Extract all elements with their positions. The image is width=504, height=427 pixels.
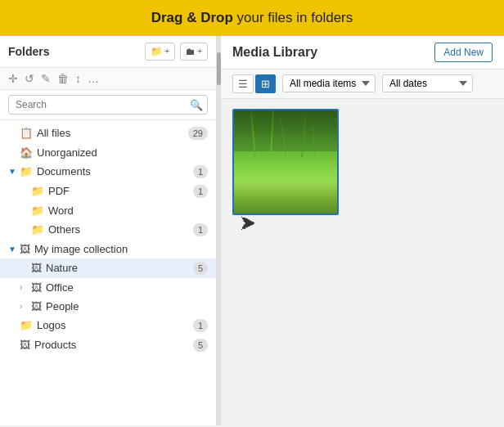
products-icon: 🖼 <box>20 339 30 351</box>
expand-arrow: ▼ <box>8 167 20 176</box>
all-files-icon: 📋 <box>20 127 33 139</box>
refresh-icon[interactable]: ↺ <box>25 72 34 85</box>
cursor-icon: ⮞ <box>241 215 257 234</box>
documents-badge: 1 <box>193 165 208 178</box>
pdf-folder-icon: 📁 <box>31 185 44 197</box>
sidebar-item-label: Word <box>48 205 208 217</box>
sidebar-item-label: PDF <box>48 185 193 197</box>
media-content: ⮞ <box>221 99 504 425</box>
search-input[interactable] <box>8 95 208 115</box>
folder-plus-icon: 📁 <box>151 46 163 57</box>
upload-icon: 🖿 <box>186 46 196 57</box>
scrollbar-thumb[interactable] <box>217 52 221 85</box>
sidebar-item-label: Products <box>34 339 193 351</box>
edit-icon[interactable]: ✎ <box>41 72 51 85</box>
banner-text: your files in folders <box>233 10 353 25</box>
image-collection-icon: 🖼 <box>20 243 30 255</box>
sidebar-item-label: Others <box>48 223 193 236</box>
products-badge: 5 <box>193 339 208 352</box>
sidebar-item-people[interactable]: › 🖼 People <box>0 297 216 316</box>
sidebar-item-products[interactable]: 🖼 Products 5 <box>0 335 216 355</box>
sidebar-item-others[interactable]: 📁 Others 1 <box>0 220 216 240</box>
unorganized-icon: 🏠 <box>20 146 33 159</box>
sidebar-item-label: My image collection <box>34 243 208 255</box>
sidebar-tree: 📋 All files 29 🏠 Unorganized ▼ 📁 Documen… <box>0 120 216 425</box>
others-badge: 1 <box>193 223 208 236</box>
sidebar-item-word[interactable]: 📁 Word <box>0 201 216 220</box>
sidebar-item-label: All files <box>37 127 188 139</box>
media-type-filter[interactable]: All media items Images Videos Audio Docu… <box>282 74 376 92</box>
expand-arrow: › <box>20 283 31 292</box>
search-icon: 🔍 <box>190 98 203 110</box>
sidebar-item-unorganized[interactable]: 🏠 Unorganized <box>0 143 216 162</box>
delete-icon[interactable]: 🗑 <box>57 72 69 85</box>
new-folder-plus: + <box>164 47 169 56</box>
new-folder-button[interactable]: 📁 + <box>145 43 175 61</box>
sort-icon[interactable]: ↕ <box>75 72 81 85</box>
sidebar-header: Folders 📁 + 🖿 + <box>0 36 216 68</box>
sidebar-item-label: People <box>46 300 208 312</box>
right-panel: Media Library Add New ☰ ⊞ All media item… <box>221 36 504 425</box>
view-icons: ☰ ⊞ <box>232 74 276 93</box>
sidebar-search-wrapper: 🔍 <box>0 90 216 120</box>
sidebar-scrollbar[interactable] <box>217 36 221 425</box>
grid-view-icon: ⊞ <box>261 78 270 90</box>
expand-arrow: ▼ <box>8 245 20 254</box>
pdf-badge: 1 <box>193 185 208 198</box>
logos-folder-icon: 📁 <box>20 319 33 331</box>
office-icon: 🖼 <box>31 281 42 294</box>
expand-arrow: › <box>20 302 31 311</box>
banner: Drag & Drop your files in folders <box>0 0 504 36</box>
sidebar-item-documents[interactable]: ▼ 📁 Documents 1 <box>0 162 216 182</box>
nature-badge: 5 <box>193 262 208 275</box>
sidebar-item-nature[interactable]: 🖼 Nature 5 <box>0 258 216 278</box>
move-icon[interactable]: ✛ <box>8 72 18 85</box>
list-view-icon: ☰ <box>238 78 248 90</box>
sidebar-item-office[interactable]: › 🖼 Office <box>0 278 216 297</box>
media-header: Media Library Add New <box>221 36 504 70</box>
more-icon[interactable]: … <box>88 72 99 85</box>
sidebar-item-label: Nature <box>46 262 193 274</box>
sidebar-item-my-image-collection[interactable]: ▼ 🖼 My image collection <box>0 240 216 258</box>
all-files-badge: 29 <box>188 127 208 140</box>
media-toolbar: ☰ ⊞ All media items Images Videos Audio … <box>221 70 504 99</box>
sidebar-item-label: Documents <box>37 165 193 178</box>
logos-badge: 1 <box>193 319 208 332</box>
upload-plus: + <box>197 47 202 56</box>
media-grid <box>232 109 493 215</box>
sidebar-item-label: Logos <box>37 319 193 331</box>
media-date-filter[interactable]: All dates January 2024 February 2024 <box>382 74 473 92</box>
sidebar: Folders 📁 + 🖿 + ✛ ↺ ✎ 🗑 ↕ … 🔍 <box>0 36 217 425</box>
media-thumbnail[interactable] <box>232 109 339 215</box>
search-field-wrapper: 🔍 <box>8 95 208 115</box>
sidebar-item-all-files[interactable]: 📋 All files 29 <box>0 124 216 143</box>
people-icon: 🖼 <box>31 300 42 312</box>
banner-bold: Drag & Drop <box>151 10 233 25</box>
documents-folder-icon: 📁 <box>20 165 33 178</box>
add-new-button[interactable]: Add New <box>434 43 493 62</box>
upload-button[interactable]: 🖿 + <box>180 43 208 61</box>
sidebar-item-pdf[interactable]: 📁 PDF 1 <box>0 182 216 201</box>
main-layout: Folders 📁 + 🖿 + ✛ ↺ ✎ 🗑 ↕ … 🔍 <box>0 36 504 425</box>
nature-icon: 🖼 <box>31 262 42 274</box>
sidebar-title: Folders <box>8 45 140 58</box>
media-library-title: Media Library <box>232 45 428 60</box>
view-list-button[interactable]: ☰ <box>232 74 254 93</box>
sidebar-item-logos[interactable]: 📁 Logos 1 <box>0 316 216 335</box>
sidebar-item-label: Unorganized <box>37 146 208 159</box>
view-grid-button[interactable]: ⊞ <box>255 74 276 93</box>
word-folder-icon: 📁 <box>31 205 44 217</box>
sidebar-toolbar: ✛ ↺ ✎ 🗑 ↕ … <box>0 68 216 90</box>
sidebar-item-label: Office <box>46 281 208 294</box>
others-folder-icon: 📁 <box>31 223 44 236</box>
